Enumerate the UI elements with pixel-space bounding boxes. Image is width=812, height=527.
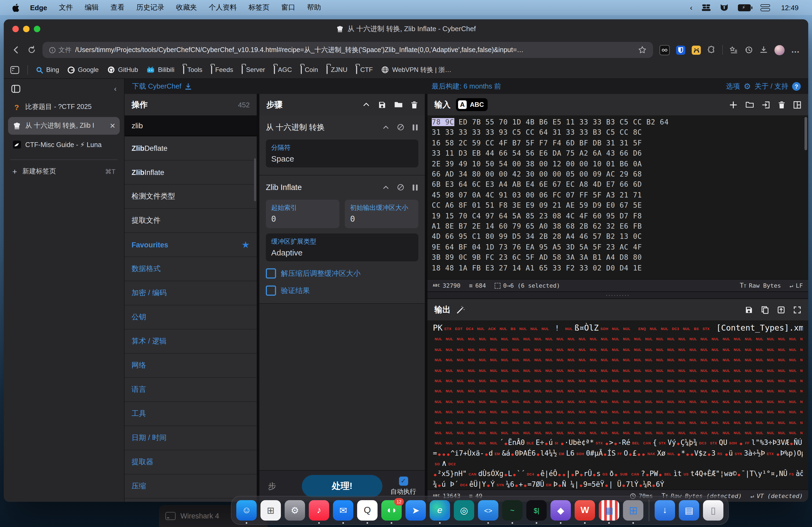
window-title-bar[interactable]: 从 十六进制 转换, Zlib Inflate - CyberChef	[4, 19, 808, 39]
menubar-clock[interactable]: 12:49	[775, 3, 804, 12]
breakpoint-icon[interactable]	[412, 184, 418, 191]
extensions-puzzle-icon[interactable]	[707, 46, 716, 54]
input-scrollbar[interactable]	[804, 117, 807, 150]
argument-select[interactable]: 缓冲区扩展类型Adaptive	[266, 234, 418, 261]
argument-select[interactable]: 分隔符Space	[266, 139, 418, 167]
breakpoint-icon[interactable]	[412, 124, 418, 131]
magic-wand-icon[interactable]	[456, 305, 465, 314]
zoom-window-button[interactable]	[34, 26, 40, 32]
operation-item[interactable]: Zlib Deflate	[125, 136, 257, 161]
bookmark-item[interactable]: Google	[68, 66, 99, 74]
menu-item[interactable]: 收藏夹	[170, 3, 203, 11]
disable-operation-icon[interactable]	[397, 183, 404, 191]
tab-panel-icon[interactable]	[11, 85, 20, 93]
bookmark-item[interactable]: AGC	[274, 66, 292, 74]
add-input-tab-icon[interactable]	[729, 101, 737, 109]
about-link[interactable]: 关于 / 支持	[755, 81, 788, 91]
menu-item[interactable]: 查看	[105, 3, 130, 11]
split-view-icon[interactable]	[793, 101, 801, 109]
menu-item[interactable]: 个人资料	[203, 3, 243, 11]
category-item[interactable]: 日期 / 时间	[125, 426, 257, 450]
downloads-icon[interactable]	[759, 46, 768, 54]
category-item[interactable]: 工具	[125, 402, 257, 426]
dock-parallels-icon[interactable]: ▦	[599, 500, 619, 521]
category-item[interactable]: 网络	[125, 353, 257, 378]
save-recipe-icon[interactable]	[378, 101, 386, 109]
collapse-operation-icon[interactable]	[382, 124, 389, 131]
extension-dual-circle-icon[interactable]	[659, 45, 670, 55]
operations-scrollbar[interactable]	[254, 158, 256, 201]
clear-input-icon[interactable]	[778, 101, 785, 109]
dock-music-icon[interactable]: ♪	[309, 500, 329, 521]
checkbox-unchecked[interactable]	[266, 286, 276, 296]
character-encoding-badge[interactable]: A ABC	[456, 98, 488, 111]
operation-item[interactable]: 检测文件类型	[125, 185, 257, 209]
recipe-operation[interactable]: 从 十六进制 转换分隔符Space	[259, 115, 425, 176]
bookmark-item[interactable]: Tools	[183, 66, 202, 74]
recipe-operation[interactable]: Zlib Inflate起始索引0初始输出缓冲区大小0缓冲区扩展类型Adapti…	[259, 176, 425, 304]
gear-icon[interactable]: ⚙	[743, 81, 751, 91]
recipe-drop-zone[interactable]	[259, 304, 425, 470]
dock-downloads-folder-icon[interactable]: ↓	[655, 500, 675, 521]
menubar-collapse-icon[interactable]: ‹	[685, 3, 697, 12]
more-menu-icon[interactable]: …	[791, 45, 801, 55]
info-icon[interactable]	[49, 46, 56, 54]
download-cyberchef-link[interactable]: 下载 CyberChef	[132, 81, 192, 91]
dock-trash-icon[interactable]: ▯	[703, 500, 723, 521]
bookmark-item[interactable]: GitHub	[107, 66, 138, 74]
favorite-star-icon[interactable]	[638, 46, 647, 54]
dock-activity-monitor-icon[interactable]: ~	[502, 500, 523, 521]
operation-item[interactable]: 提取文件	[125, 209, 257, 233]
dock-wps-icon[interactable]: W	[575, 500, 595, 521]
output-textarea[interactable]: PKETXEOTDC4NULACKNULBSNULNULNUL ! NULß¤Ò…	[427, 320, 808, 490]
argument-checkbox-row[interactable]: 解压缩后调整缓冲区大小	[266, 268, 418, 278]
dock-settings-icon[interactable]: ⚙	[285, 500, 305, 521]
argument-input[interactable]: 起始索引0	[266, 200, 339, 228]
dock-mail-icon[interactable]: ✉	[333, 500, 353, 521]
tampermonkey-icon[interactable]	[692, 45, 701, 55]
url-text[interactable]: /Users/timmy/Projects/tools/CyberChefCN/…	[75, 45, 634, 55]
category-item[interactable]: 压缩	[125, 475, 257, 499]
checkbox-unchecked[interactable]	[266, 268, 276, 278]
menu-item[interactable]: 编辑	[79, 3, 105, 11]
category-item[interactable]: 算术 / 逻辑	[125, 330, 257, 353]
tab-actions-icon[interactable]	[10, 66, 19, 74]
auto-bake-checkbox[interactable]: ✓	[399, 476, 408, 485]
dock-finder-icon[interactable]: ☺	[236, 500, 257, 521]
bake-button[interactable]: 处理!	[302, 475, 382, 497]
close-window-button[interactable]	[12, 26, 19, 32]
open-folder-icon[interactable]	[745, 101, 754, 108]
bookmark-item[interactable]: Bing	[36, 66, 59, 74]
replace-input-icon[interactable]	[777, 306, 785, 314]
menu-app-name[interactable]: Edge	[24, 3, 53, 12]
auto-bake-control[interactable]: ✓ 自动执行	[390, 476, 416, 496]
menubar-stack-icon[interactable]	[697, 4, 715, 11]
open-file-icon[interactable]	[762, 101, 770, 109]
help-icon[interactable]: ?	[792, 82, 801, 91]
input-eol-chip[interactable]: ↵LF	[789, 282, 803, 289]
operations-search[interactable]	[125, 115, 257, 136]
copy-output-icon[interactable]	[761, 306, 769, 314]
dock-vscode-icon[interactable]: <>	[478, 500, 498, 521]
profile-avatar[interactable]	[774, 45, 785, 55]
reload-button[interactable]	[27, 46, 36, 54]
favourites-star-icon[interactable]: ★	[242, 239, 250, 250]
disable-operation-icon[interactable]	[397, 123, 404, 131]
dock-crystal-app-icon[interactable]: ◆	[550, 500, 571, 521]
dock-ring-app-icon[interactable]: ◎	[454, 500, 474, 521]
menu-item[interactable]: 窗口	[276, 3, 301, 11]
options-link[interactable]: 选项	[726, 81, 740, 91]
bookmark-item[interactable]: Bilibili	[147, 66, 174, 74]
bitwarden-icon[interactable]	[676, 45, 685, 55]
dock-windows-icon[interactable]: ⊞	[623, 500, 643, 521]
input-textarea[interactable]: 78 9C ED 7B 55 70 1D 4B B6 E5 11 33 33 B…	[427, 115, 808, 279]
menu-item[interactable]: 标签页	[243, 3, 276, 11]
category-item[interactable]: 提取器	[125, 450, 257, 475]
menu-item[interactable]: 历史记录	[130, 3, 170, 11]
address-bar[interactable]: 文件 /Users/timmy/Projects/tools/CyberChef…	[42, 42, 653, 58]
input-encoding-chip[interactable]: TTRaw Bytes	[740, 282, 781, 289]
new-tab-button[interactable]: + 新建标签页 ⌘T	[8, 165, 120, 178]
back-button[interactable]	[11, 45, 21, 55]
category-item[interactable]: 语言	[125, 378, 257, 402]
category-item[interactable]: 加密 / 编码	[125, 281, 257, 305]
